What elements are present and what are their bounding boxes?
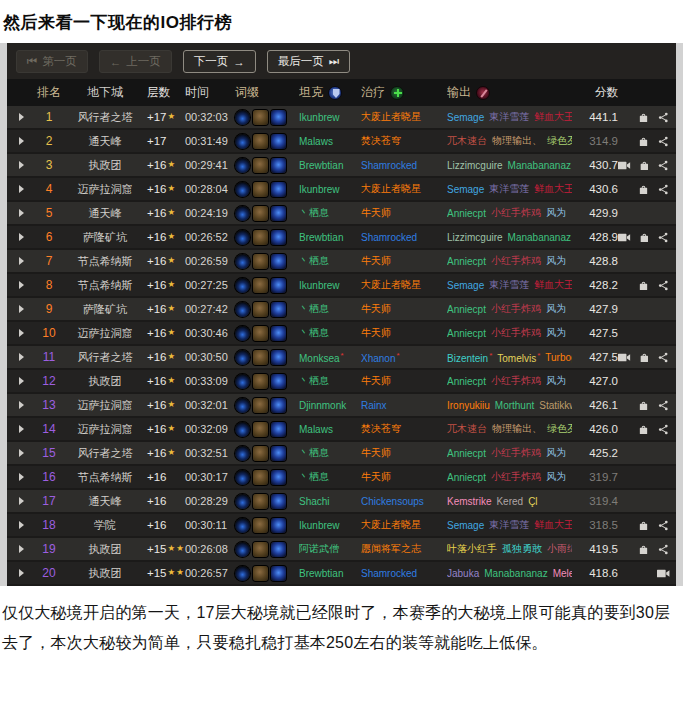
expand-row-icon[interactable]	[19, 377, 24, 385]
player-name[interactable]: 焚决苍穹	[361, 423, 401, 434]
loot-bag-icon[interactable]	[637, 520, 650, 531]
player-name[interactable]: Ikunbrew	[299, 184, 340, 195]
player-name[interactable]: 東洋雪莲	[489, 111, 529, 122]
player-name[interactable]: Semage	[447, 184, 484, 195]
player-name[interactable]: Malaws	[299, 136, 333, 147]
player-name[interactable]: Manabananaz	[508, 160, 571, 171]
player-name[interactable]: 牛天师	[361, 375, 391, 386]
loot-bag-icon[interactable]	[637, 184, 650, 195]
player-name[interactable]: 牛天师	[361, 207, 391, 218]
expand-row-icon[interactable]	[19, 209, 24, 217]
player-name[interactable]: 叶落小红手	[447, 543, 497, 554]
share-icon[interactable]	[657, 280, 670, 291]
player-name[interactable]: 小红手炸鸡	[491, 255, 541, 266]
player-name[interactable]: 丶栖息	[299, 255, 329, 266]
player-name[interactable]: Lizzimcguire	[447, 160, 503, 171]
camera-icon[interactable]	[618, 352, 631, 363]
player-name[interactable]: 鲜血大王子	[534, 279, 572, 290]
player-name[interactable]: Turbogronil	[545, 352, 572, 363]
player-name[interactable]: 风为	[546, 327, 566, 338]
player-name[interactable]: 大废止者晓星	[361, 519, 421, 530]
camera-icon[interactable]	[618, 160, 631, 171]
player-name[interactable]: Shamrocked	[361, 568, 417, 579]
player-name[interactable]: 大废止者晓星	[361, 111, 421, 122]
player-name[interactable]: Ironyukiiu	[447, 400, 490, 411]
player-name[interactable]: 丶栖息	[299, 327, 329, 338]
expand-row-icon[interactable]	[19, 425, 24, 433]
player-name[interactable]: 丶栖息	[299, 447, 329, 458]
player-name[interactable]: Anniecpt	[447, 376, 486, 387]
player-name[interactable]: 风为	[546, 375, 566, 386]
loot-bag-icon[interactable]	[637, 544, 650, 555]
player-name[interactable]: 风为	[546, 447, 566, 458]
expand-row-icon[interactable]	[19, 473, 24, 481]
expand-row-icon[interactable]	[19, 545, 24, 553]
player-name[interactable]: Brewbtian	[299, 568, 343, 579]
player-name[interactable]: Anniecpt	[447, 328, 486, 339]
player-name[interactable]: 风为	[546, 255, 566, 266]
player-name[interactable]: 小红手炸鸡	[491, 447, 541, 458]
player-name[interactable]: Kemstrike	[447, 496, 491, 507]
player-name[interactable]: 丶栖息	[299, 471, 329, 482]
player-name[interactable]: Shachi	[299, 496, 330, 507]
camera-icon[interactable]	[618, 232, 631, 243]
player-name[interactable]: Bizentein	[447, 353, 488, 364]
player-name[interactable]: Manabananaz	[484, 568, 547, 579]
player-name[interactable]: 東洋雪莲	[489, 279, 529, 290]
loot-bag-icon[interactable]	[638, 352, 651, 363]
expand-row-icon[interactable]	[19, 569, 24, 577]
player-name[interactable]: 小红手炸鸡	[491, 375, 541, 386]
player-name[interactable]: 東洋雪莲	[489, 183, 529, 194]
expand-row-icon[interactable]	[19, 305, 24, 313]
player-name[interactable]: 孤独勇敢	[502, 543, 542, 554]
player-name[interactable]: 牛天师	[361, 255, 391, 266]
player-name[interactable]: Xhanon	[361, 353, 395, 364]
player-name[interactable]: 兀木速台	[447, 423, 487, 434]
player-name[interactable]: Semage	[447, 520, 484, 531]
player-name[interactable]: 大废止者晓星	[361, 279, 421, 290]
share-icon[interactable]	[657, 232, 670, 243]
expand-row-icon[interactable]	[19, 161, 24, 169]
expand-row-icon[interactable]	[19, 401, 24, 409]
share-icon[interactable]	[657, 424, 670, 435]
player-name[interactable]: 阿诺武僧	[299, 543, 339, 554]
share-icon[interactable]	[657, 112, 670, 123]
next-page-button[interactable]: 下一页 →	[183, 50, 256, 73]
player-name[interactable]: 東洋雪莲	[489, 519, 529, 530]
player-name[interactable]: Brewbtian	[299, 160, 343, 171]
player-name[interactable]: Chickensoups	[361, 496, 424, 507]
player-name[interactable]: Semage	[447, 280, 484, 291]
player-name[interactable]: Djinnmonk	[299, 400, 346, 411]
player-name[interactable]: 丶栖息	[299, 207, 329, 218]
expand-row-icon[interactable]	[19, 233, 24, 241]
player-name[interactable]: 愿闻将军之志	[361, 543, 421, 554]
last-page-button[interactable]: 最后一页 ⏭	[267, 50, 350, 73]
player-name[interactable]: Manabananaz	[508, 232, 571, 243]
player-name[interactable]: Lizzimcguire	[447, 232, 503, 243]
expand-row-icon[interactable]	[19, 353, 24, 361]
player-name[interactable]: 小红手炸鸡	[491, 303, 541, 314]
share-icon[interactable]	[657, 184, 670, 195]
player-name[interactable]: 风为	[546, 303, 566, 314]
loot-bag-icon[interactable]	[637, 424, 650, 435]
player-name[interactable]: 物理输出、	[492, 423, 542, 434]
expand-row-icon[interactable]	[19, 329, 24, 337]
prev-page-button[interactable]: ← 上一页	[99, 50, 172, 73]
share-icon[interactable]	[657, 400, 670, 411]
share-icon[interactable]	[657, 136, 670, 147]
player-name[interactable]: Monksea	[299, 353, 340, 364]
player-name[interactable]: 鲜血大王子	[534, 519, 572, 530]
expand-row-icon[interactable]	[19, 281, 24, 289]
player-name[interactable]: Brewbtian	[299, 232, 343, 243]
loot-bag-icon[interactable]	[637, 136, 650, 147]
player-name[interactable]: 大废止者晓星	[361, 183, 421, 194]
player-name[interactable]: Jabuka	[447, 568, 479, 579]
player-name[interactable]: Ikunbrew	[299, 280, 340, 291]
player-name[interactable]: Malaws	[299, 424, 333, 435]
expand-row-icon[interactable]	[19, 113, 24, 121]
player-name[interactable]: 鲜血大王子	[534, 111, 572, 122]
player-name[interactable]: 兀木速台	[447, 135, 487, 146]
expand-row-icon[interactable]	[19, 497, 24, 505]
loot-bag-icon[interactable]	[637, 280, 650, 291]
player-name[interactable]: Çl	[528, 496, 537, 507]
